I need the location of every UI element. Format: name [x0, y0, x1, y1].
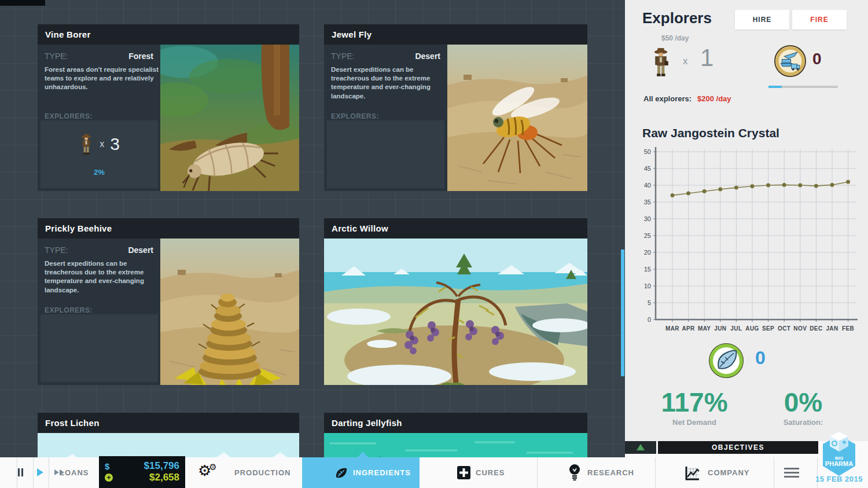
- svg-text:APR: APR: [682, 325, 695, 332]
- shipments-progress-bar: [768, 86, 838, 88]
- pause-button[interactable]: [18, 468, 25, 476]
- card-description: Forest areas don't require specialist te…: [45, 65, 159, 92]
- explorer-icon: [650, 46, 671, 78]
- ingredient-card-prickly-beehive[interactable]: Prickly Beehive TYPE: Desert Desert expe…: [38, 218, 299, 385]
- svg-text:JUN: JUN: [714, 325, 726, 332]
- card-title: Frost Lichen: [38, 413, 299, 433]
- svg-text:40: 40: [644, 182, 651, 189]
- tab-company[interactable]: COMPANY: [708, 468, 749, 477]
- type-label: TYPE:: [331, 52, 354, 61]
- money-panel: $ $15,796 + $2,658: [99, 456, 185, 488]
- toolbar-divider: [33, 457, 34, 488]
- net-demand-label: Net Demand: [648, 418, 741, 427]
- card-title: Vine Borer: [38, 24, 299, 45]
- income-value: $2,658: [149, 472, 179, 483]
- saturation-value: 0%: [757, 387, 849, 418]
- svg-text:MAR: MAR: [665, 325, 679, 332]
- svg-text:JUL: JUL: [730, 325, 742, 332]
- exploration-percent: 2%: [41, 168, 158, 177]
- explorers-slot[interactable]: [327, 120, 444, 188]
- explorers-label: EXPLORERS:: [45, 306, 93, 314]
- toolbar-divider: [49, 457, 49, 488]
- svg-text:35: 35: [644, 199, 651, 206]
- card-info: TYPE: Forest Forest areas don't require …: [38, 45, 160, 191]
- svg-text:10: 10: [644, 282, 651, 289]
- type-label: TYPE:: [45, 245, 68, 255]
- explorer-rate: $50 /day: [661, 34, 689, 42]
- type-value: Desert: [415, 52, 440, 61]
- toolbar-divider: [655, 457, 656, 488]
- income-plus-icon: +: [105, 474, 113, 482]
- loans-button[interactable]: LOANS: [60, 468, 89, 477]
- gears-icon: ⚙⚙: [198, 462, 219, 480]
- explorer-count: 1: [700, 44, 713, 72]
- svg-text:25: 25: [644, 232, 651, 239]
- fire-button[interactable]: FIRE: [792, 10, 847, 30]
- svg-text:JAN: JAN: [826, 325, 838, 332]
- shipments-progress-fill: [768, 86, 782, 88]
- ingredient-card-arctic-willow[interactable]: Arctic Willow: [324, 218, 587, 385]
- panel-scrollbar[interactable]: [621, 249, 624, 376]
- ingredient-detail-panel: Explorers HIRE FIRE $50 /day x 1 0: [625, 0, 868, 442]
- research-bulb-icon: [569, 464, 580, 481]
- ingredient-card-jewel-fly[interactable]: Jewel Fly TYPE: Desert Desert expedition…: [324, 24, 587, 191]
- explorers-slot[interactable]: x 3 2%: [41, 120, 158, 188]
- cures-plus-icon: [457, 466, 470, 479]
- svg-text:30: 30: [644, 215, 651, 222]
- type-value: Desert: [128, 245, 153, 255]
- svg-text:50: 50: [644, 148, 651, 155]
- all-explorers-label: All explorers:: [643, 94, 692, 103]
- tab-research[interactable]: RESEARCH: [587, 468, 634, 477]
- arctic-willow-image: [324, 239, 587, 385]
- play-button[interactable]: [37, 468, 43, 476]
- toolbar-divider: [17, 457, 17, 488]
- saturation-label: Saturation:: [757, 418, 849, 427]
- ingredient-card-vine-borer[interactable]: Vine Borer TYPE: Forest Forest areas don…: [38, 24, 299, 191]
- svg-text:AUG: AUG: [745, 325, 759, 332]
- tab-cures[interactable]: CURES: [476, 468, 505, 477]
- game-date: 15 FEB 2015: [813, 475, 865, 483]
- card-title: Darting Jellyfish: [324, 413, 587, 433]
- card-title: Prickly Beehive: [38, 218, 299, 239]
- svg-text:20: 20: [644, 249, 651, 256]
- svg-text:0: 0: [648, 316, 651, 323]
- svg-text:NOV: NOV: [793, 325, 807, 332]
- menu-button[interactable]: [784, 468, 799, 480]
- svg-text:45: 45: [644, 165, 651, 172]
- explorers-slot[interactable]: [41, 314, 158, 382]
- type-value: Forest: [128, 52, 153, 61]
- objectives-warning-box[interactable]: [625, 441, 656, 454]
- hire-button[interactable]: HIRE: [735, 10, 789, 30]
- type-row: TYPE: Desert: [331, 52, 440, 61]
- svg-text:15: 15: [644, 266, 651, 273]
- company-chart-icon: [685, 465, 700, 481]
- cash-symbol: $: [105, 461, 109, 471]
- bottom-toolbar: LOANS $ $15,796 + $2,658 ⚙⚙ PRODUCTION I…: [0, 457, 868, 488]
- toolbar-divider: [774, 457, 774, 488]
- objectives-bar[interactable]: OBJECTIVES: [658, 441, 818, 454]
- fast-forward-button[interactable]: [54, 469, 59, 475]
- explorers-label: EXPLORERS:: [45, 112, 93, 120]
- big-pharma-logo: BIG PHARMA: [821, 431, 858, 477]
- svg-text:PHARMA: PHARMA: [825, 460, 853, 467]
- eco-leaf-icon: [707, 342, 745, 380]
- svg-text:5: 5: [648, 299, 651, 306]
- vine-borer-image: [160, 45, 299, 191]
- shipments-count: 0: [812, 50, 822, 68]
- card-description: Desert expeditions can be treacherous du…: [45, 259, 159, 295]
- all-explorers-cost: $200 /day: [697, 94, 731, 103]
- leaf-icon: [334, 466, 348, 480]
- tab-production[interactable]: PRODUCTION: [234, 468, 290, 477]
- svg-text:SEP: SEP: [762, 325, 774, 332]
- warning-triangle-icon: [637, 444, 645, 450]
- tab-ingredients-label: INGREDIENTS: [353, 468, 411, 477]
- tab-ingredients[interactable]: INGREDIENTS: [302, 457, 420, 488]
- explorers-title: Explorers: [642, 9, 712, 27]
- type-row: TYPE: Forest: [45, 52, 153, 61]
- game-screen: Vine Borer TYPE: Forest Forest areas don…: [0, 0, 868, 488]
- net-demand-value: 117%: [648, 387, 741, 418]
- prickly-beehive-image: [160, 239, 299, 385]
- shipments-icon: [774, 45, 807, 78]
- svg-text:OCT: OCT: [778, 325, 790, 332]
- card-title: Arctic Willow: [324, 218, 587, 239]
